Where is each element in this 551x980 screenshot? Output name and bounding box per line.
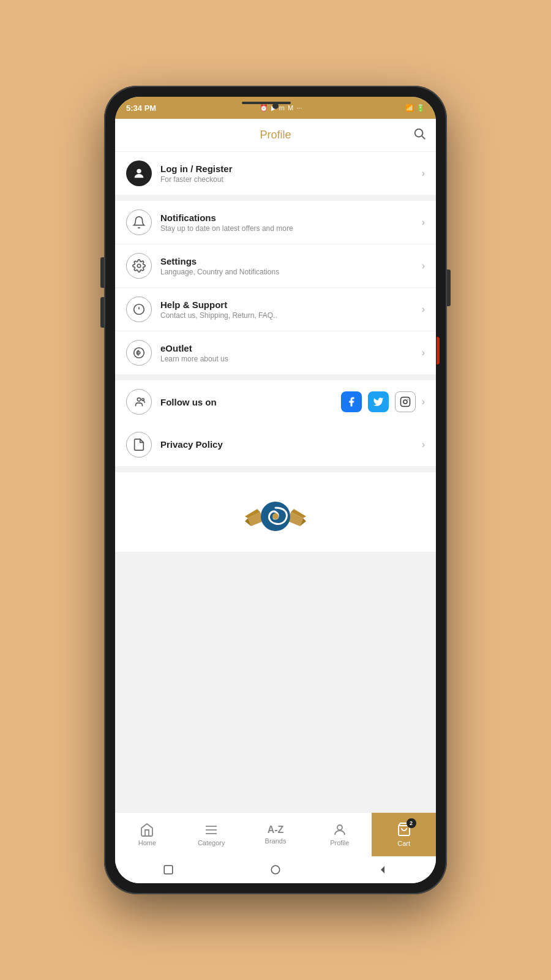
mail-icon: M — [288, 104, 293, 111]
login-subtitle: For faster checkout — [160, 175, 422, 184]
search-button[interactable] — [413, 127, 426, 143]
nav-profile-label: Profile — [330, 839, 349, 846]
brand-logo — [239, 491, 312, 540]
social-icons — [341, 391, 416, 412]
cart-count-badge: 2 — [407, 818, 416, 828]
svg-point-12 — [403, 400, 407, 404]
eoutlet-chevron: › — [422, 347, 425, 358]
settings-chevron: › — [422, 260, 425, 271]
svg-point-22 — [271, 865, 280, 874]
svg-line-1 — [422, 136, 425, 139]
notifications-title: Notifications — [160, 213, 422, 223]
svg-point-7 — [134, 348, 144, 358]
login-section: Log in / Register For faster checkout › — [115, 152, 436, 195]
notifications-item[interactable]: Notifications Stay up to date on latest … — [115, 201, 436, 244]
help-subtitle: Contact us, Shipping, Return, FAQ.. — [160, 311, 422, 320]
eoutlet-icon-wrap — [126, 340, 152, 366]
privacy-text: Privacy Policy — [160, 439, 422, 451]
eoutlet-text: eOutlet Learn more about us — [160, 343, 422, 363]
help-text: Help & Support Contact us, Shipping, Ret… — [160, 300, 422, 320]
privacy-item[interactable]: Privacy Policy › — [115, 423, 436, 466]
android-home-btn[interactable] — [269, 863, 282, 876]
login-text: Log in / Register For faster checkout — [160, 164, 422, 184]
document-icon-wrap — [126, 432, 152, 458]
nav-home[interactable]: Home — [115, 813, 179, 856]
alarm-icon: ⏰ — [260, 104, 268, 112]
svg-point-9 — [137, 398, 141, 402]
dots-icon: ··· — [296, 104, 302, 111]
phone-frame: 5:34 PM ⏰ ▶ m M ··· 📶 🔋 Profile — [104, 86, 447, 894]
app-content: Profile — [115, 119, 436, 883]
settings-title: Settings — [160, 256, 422, 266]
cart-badge-wrap: 2 — [397, 822, 411, 838]
svg-point-0 — [415, 129, 423, 137]
svg-point-13 — [407, 399, 408, 400]
circle-icon — [270, 864, 281, 875]
svg-point-3 — [137, 264, 141, 268]
follow-chevron: › — [422, 396, 425, 407]
android-back-btn[interactable] — [376, 863, 389, 876]
facebook-icon[interactable] — [341, 391, 362, 412]
svg-point-15 — [272, 513, 279, 519]
m-icon: m — [279, 104, 285, 111]
twitter-icon[interactable] — [368, 391, 389, 412]
square-icon — [163, 864, 174, 875]
vol-down-button — [100, 297, 104, 328]
privacy-chevron: › — [422, 439, 425, 450]
instagram-icon[interactable] — [395, 391, 416, 412]
home-icon — [140, 823, 154, 837]
phone-screen: 5:34 PM ⏰ ▶ m M ··· 📶 🔋 Profile — [115, 97, 436, 883]
menu-section: Notifications Stay up to date on latest … — [115, 201, 436, 374]
eoutlet-title: eOutlet — [160, 343, 422, 353]
category-icon — [204, 823, 219, 837]
svg-rect-21 — [165, 865, 173, 874]
gear-icon-wrap — [126, 253, 152, 279]
power-button — [447, 270, 451, 306]
bottom-nav: Home Category A-Z Brands — [115, 812, 436, 856]
status-left-icons: ⏰ ▶ m M ··· — [260, 104, 302, 112]
login-chevron: › — [422, 168, 425, 179]
help-title: Help & Support — [160, 300, 422, 310]
help-chevron: › — [422, 304, 425, 315]
info-icon-wrap — [126, 296, 152, 322]
nav-profile[interactable]: Profile — [307, 813, 372, 856]
eoutlet-item[interactable]: eOutlet Learn more about us › — [115, 331, 436, 374]
notifications-text: Notifications Stay up to date on latest … — [160, 213, 422, 233]
nav-category-label: Category — [198, 839, 225, 846]
svg-rect-11 — [400, 398, 410, 407]
settings-text: Settings Language, Country and Notificat… — [160, 256, 422, 276]
settings-item[interactable]: Settings Language, Country and Notificat… — [115, 244, 436, 288]
svg-marker-23 — [381, 866, 384, 873]
nav-brands-label: Brands — [265, 837, 287, 845]
svg-point-19 — [337, 825, 342, 830]
nav-cart[interactable]: 2 Cart — [372, 813, 436, 856]
android-nav-bar — [115, 856, 436, 883]
nav-brands[interactable]: A-Z Brands — [244, 813, 308, 856]
page-title: Profile — [260, 129, 291, 141]
brands-icon: A-Z — [268, 824, 284, 835]
nav-home-label: Home — [138, 839, 156, 846]
nav-category[interactable]: Category — [179, 813, 244, 856]
battery-icon: 🔋 — [416, 104, 425, 112]
settings-subtitle: Language, Country and Notifications — [160, 268, 422, 276]
eoutlet-subtitle: Learn more about us — [160, 355, 422, 363]
android-square-btn[interactable] — [162, 863, 175, 876]
profile-icon — [332, 823, 347, 837]
svg-point-8 — [138, 352, 140, 354]
follow-icon-wrap — [126, 389, 152, 415]
vol-up-button — [100, 257, 104, 288]
user-icon-wrap — [126, 160, 152, 186]
notifications-chevron: › — [422, 217, 425, 228]
wifi-icon: 📶 — [405, 104, 414, 112]
red-side-accent — [437, 337, 440, 364]
notifications-subtitle: Stay up to date on latest offers and mor… — [160, 224, 422, 233]
follow-row[interactable]: Follow us on — [115, 380, 436, 423]
back-icon — [377, 864, 388, 875]
nav-cart-label: Cart — [397, 840, 410, 847]
speaker — [242, 102, 291, 104]
logo-section — [115, 472, 436, 552]
follow-label: Follow us on — [160, 397, 341, 407]
status-time: 5:34 PM — [126, 104, 156, 113]
help-item[interactable]: Help & Support Contact us, Shipping, Ret… — [115, 288, 436, 331]
login-item[interactable]: Log in / Register For faster checkout › — [115, 152, 436, 195]
